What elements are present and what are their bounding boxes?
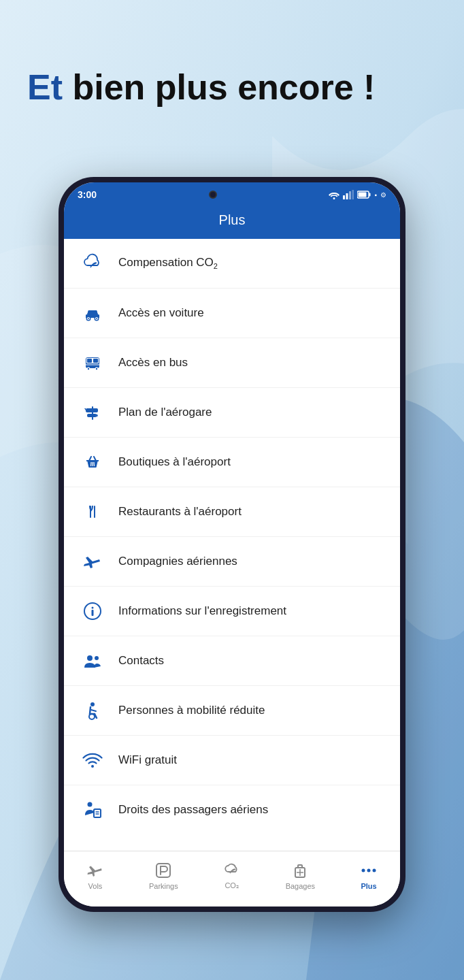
nav-item-bagages[interactable]: Bagages: [278, 859, 323, 893]
nav-item-plus[interactable]: Plus: [352, 859, 386, 893]
svg-rect-2: [346, 193, 348, 199]
svg-point-23: [88, 368, 89, 370]
svg-marker-27: [84, 408, 86, 410]
bus-icon: [80, 350, 105, 375]
menu-item-bus[interactable]: Accès en bus: [64, 338, 400, 388]
svg-point-53: [367, 868, 371, 872]
svg-point-39: [95, 656, 99, 660]
bottom-nav: Vols Parkings: [64, 851, 400, 906]
svg-line-32: [94, 462, 95, 466]
nav-item-parkings[interactable]: Parkings: [141, 859, 186, 893]
passenger-rights-icon: [80, 798, 105, 822]
svg-rect-1: [343, 195, 345, 199]
menu-item-pmr[interactable]: Personnes à mobilité réduite: [64, 686, 400, 736]
nav-label-co2: CO₂: [225, 881, 239, 890]
headline: Et bien plus encore !: [0, 68, 464, 107]
status-bar: 3:00: [64, 182, 400, 204]
wheelchair-icon: [80, 698, 105, 723]
status-icons: ▪ ⚙: [329, 190, 386, 199]
menu-item-airline[interactable]: Compagnies aériennes: [64, 537, 400, 587]
menu-item-car[interactable]: Accès en voiture: [64, 289, 400, 338]
status-time: 3:00: [78, 189, 97, 200]
menu-label-rights: Droits des passagers aériens: [118, 803, 268, 817]
nav-dots-icon: [360, 862, 378, 879]
menu-item-wifi[interactable]: WiFi gratuit: [64, 736, 400, 785]
menu-label-info: Informations sur l'enregistrement: [118, 604, 286, 618]
menu-label-bus: Accès en bus: [118, 356, 188, 370]
svg-rect-34: [94, 506, 95, 518]
svg-rect-19: [93, 359, 98, 363]
car-icon: [80, 301, 105, 325]
headline-rest: bien plus encore !: [63, 67, 375, 107]
menu-item-restaurant[interactable]: Restaurants à l'aéroport: [64, 487, 400, 537]
menu-label-car: Accès en voiture: [118, 306, 204, 320]
svg-line-30: [91, 462, 92, 466]
menu-label-airline: Compagnies aériennes: [118, 555, 237, 568]
status-center: [209, 191, 217, 199]
app-bar-title: Plus: [78, 212, 386, 228]
nav-item-vols[interactable]: Vols: [78, 859, 112, 893]
menu-label-restaurant: Restaurants à l'aéroport: [118, 505, 242, 519]
settings-icon: ⚙: [380, 191, 386, 199]
plane-icon: [80, 549, 105, 574]
menu-label-pmr: Personnes à mobilité réduite: [118, 704, 265, 717]
svg-marker-29: [97, 414, 98, 417]
nav-item-co2[interactable]: CO₂: [215, 858, 249, 893]
sim-icon: ▪: [374, 191, 377, 199]
wifi-status-icon: [329, 190, 339, 199]
nav-label-vols: Vols: [88, 882, 103, 890]
svg-point-42: [91, 765, 94, 768]
svg-rect-3: [349, 191, 351, 199]
headline-et: Et: [27, 67, 63, 107]
signal-icon: [343, 190, 354, 199]
menu-label-co2: Compensation CO2: [118, 256, 218, 270]
svg-rect-37: [92, 610, 94, 616]
app-bar: Plus: [64, 204, 400, 239]
menu-item-map[interactable]: Plan de l'aérogare: [64, 388, 400, 438]
svg-rect-44: [94, 809, 101, 817]
menu-label-shop: Boutiques à l'aéroport: [118, 455, 231, 469]
svg-point-38: [87, 655, 93, 661]
svg-rect-7: [369, 193, 371, 197]
menu-label-contacts: Contacts: [118, 654, 164, 668]
phone-screen: 3:00: [64, 182, 400, 906]
svg-point-43: [88, 802, 93, 807]
menu-item-contacts[interactable]: Contacts: [64, 636, 400, 686]
shop-icon: [80, 450, 105, 474]
svg-point-36: [92, 607, 94, 609]
svg-point-54: [373, 868, 376, 872]
battery-icon: [357, 191, 371, 199]
nav-label-bagages: Bagages: [286, 882, 315, 890]
menu-item-info[interactable]: Informations sur l'enregistrement: [64, 587, 400, 636]
wifi-icon: [80, 748, 105, 772]
menu-label-wifi: WiFi gratuit: [118, 753, 177, 767]
co2-icon: [80, 251, 105, 276]
svg-point-52: [362, 868, 365, 872]
menu-item-rights[interactable]: Droits des passagers aériens: [64, 785, 400, 834]
phone-frame: 3:00: [59, 177, 405, 912]
nav-plane-icon: [86, 862, 104, 879]
nav-baggage-icon: [291, 862, 309, 879]
svg-point-14: [88, 318, 89, 319]
map-icon: [80, 400, 105, 425]
svg-point-40: [90, 702, 95, 706]
menu-label-map: Plan de l'aérogare: [118, 406, 212, 419]
menu-item-co2[interactable]: Compensation CO2: [64, 239, 400, 289]
nav-co2-icon: [223, 861, 241, 879]
svg-point-15: [96, 318, 97, 319]
front-camera-dot: [209, 191, 217, 199]
contacts-icon: [80, 649, 105, 673]
svg-point-24: [96, 368, 97, 370]
info-icon: [80, 599, 105, 623]
svg-rect-6: [359, 193, 367, 197]
menu-list: Compensation CO2: [64, 239, 400, 851]
svg-rect-26: [86, 408, 98, 412]
nav-label-parkings: Parkings: [149, 882, 178, 890]
nav-label-plus: Plus: [361, 882, 376, 890]
svg-rect-28: [87, 414, 97, 417]
nav-parking-icon: [154, 862, 172, 879]
svg-rect-4: [352, 190, 354, 199]
svg-rect-18: [87, 359, 92, 363]
restaurant-icon: [80, 500, 105, 524]
menu-item-shop[interactable]: Boutiques à l'aéroport: [64, 438, 400, 487]
